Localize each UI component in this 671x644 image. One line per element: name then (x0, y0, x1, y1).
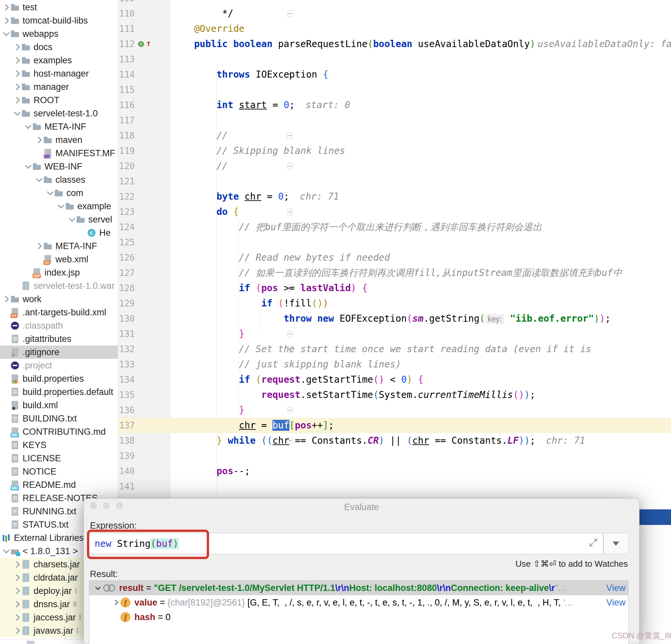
chevron-right-icon[interactable] (35, 138, 43, 142)
code-text[interactable]: } (194, 326, 671, 342)
tree-item-web.xml[interactable]: web.xml (0, 253, 118, 266)
tree-item-he[interactable]: He (0, 226, 118, 240)
code-text[interactable]: if (pos >= lastValid) { (194, 281, 671, 296)
chevron-right-icon[interactable] (13, 58, 22, 63)
tree-item-index.jsp[interactable]: index.jsp (0, 266, 118, 279)
chevron-right-icon[interactable] (13, 575, 22, 580)
code-text[interactable]: throws IOException { (194, 67, 671, 82)
view-link[interactable]: View (606, 597, 625, 608)
tree-item-tomcat-build-libs[interactable]: tomcat-build-libs (0, 14, 118, 27)
tree-item-servelet-test-1.0[interactable]: servelet-test-1.0 (0, 107, 118, 120)
code-text[interactable]: // Set the start time once we start read… (194, 342, 671, 357)
chevron-right-icon[interactable] (13, 71, 22, 76)
code-text[interactable] (194, 235, 671, 250)
expression-history-dropdown[interactable] (603, 533, 629, 554)
chevron-down-icon[interactable] (46, 192, 54, 194)
chevron-right-icon[interactable] (13, 602, 22, 606)
code-text[interactable]: // 如果一直读到的回车换行符则再次调用fill,从inputStream里面读… (194, 265, 671, 281)
chevron-right-icon[interactable] (2, 18, 11, 23)
tree-item-servelet-test-1.0.war[interactable]: servelet-test-1.0.war (0, 279, 118, 293)
tree-item-docs[interactable]: docs (0, 40, 118, 54)
code-text[interactable] (194, 52, 671, 67)
tree-item-examples[interactable]: examples (0, 54, 118, 67)
tree-item-contributing.md[interactable]: CONTRIBUTING.md (0, 425, 118, 438)
code-text[interactable]: // (194, 128, 671, 143)
tree-item-build.properties[interactable]: build.properties (0, 372, 118, 385)
chevron-down-icon[interactable] (24, 125, 33, 128)
chevron-down-icon[interactable] (2, 550, 11, 553)
tree-item-com[interactable]: com (0, 186, 118, 199)
code-text[interactable]: if (request.getStartTime() < 0) { (194, 372, 671, 387)
code-text[interactable]: throw new EOFException(sm.getString(key:… (194, 311, 671, 326)
tree-item-keys[interactable]: KEYS (0, 438, 118, 452)
chevron-right-icon[interactable] (2, 5, 11, 10)
tree-item-.gitattributes[interactable]: .gitattributes (0, 332, 118, 346)
tree-item-.gitignore[interactable]: .gitignore (0, 346, 118, 359)
code-text[interactable]: // just skipping blank lines) (194, 357, 671, 372)
code-text[interactable] (194, 174, 671, 189)
code-text[interactable] (194, 448, 671, 464)
tree-item-build.properties.default[interactable]: build.properties.default (0, 385, 118, 399)
expression-input[interactable]: new String(buf) (89, 533, 603, 554)
tree-item-meta-inf[interactable]: META-INF (0, 240, 118, 253)
chevron-right-icon[interactable] (2, 297, 11, 301)
tree-item-host-manager[interactable]: host-manager (0, 67, 118, 80)
chevron-right-icon[interactable] (13, 615, 22, 620)
tree-item-root[interactable]: ROOT (0, 93, 118, 107)
code-text[interactable] (194, 82, 671, 98)
result-row-result[interactable]: result = "GET /servelet-test-1.0/MyServl… (89, 581, 628, 595)
tree-item-servel[interactable]: servel (0, 213, 118, 226)
chevron-down-icon[interactable] (93, 587, 103, 589)
tree-item-.project[interactable]: .project (0, 359, 118, 372)
tree-item-test[interactable]: test (0, 1, 118, 14)
code-text[interactable]: } while ((chr == Constants.CR) || (chr =… (194, 433, 671, 448)
tree-item-notice[interactable]: NOTICE (0, 465, 118, 478)
tree-item-.classpath[interactable]: .classpath (0, 319, 118, 332)
chevron-right-icon[interactable] (13, 45, 22, 49)
code-text[interactable]: @Override (194, 21, 671, 37)
code-text[interactable]: // 把buf里面的字符一个个取出来进行判断，遇到非回车换行符则会退出 (194, 220, 671, 235)
chevron-right-icon[interactable] (111, 601, 121, 605)
code-text[interactable]: int start = 0;start: 0 (194, 98, 671, 113)
tree-item-classes[interactable]: classes (0, 173, 118, 186)
chevron-right-icon[interactable] (13, 589, 22, 593)
tree-item-license[interactable]: LICENSE (0, 452, 118, 465)
result-row-value[interactable]: value = {char[8192]@2561} [G, E, T, , /,… (89, 595, 628, 610)
override-method-icon[interactable]: I (138, 41, 144, 47)
chevron-down-icon[interactable] (57, 205, 65, 208)
view-link[interactable]: View (606, 583, 625, 593)
code-text[interactable] (194, 479, 671, 494)
navigate-super-icon[interactable]: ↑ (146, 37, 151, 50)
chevron-down-icon[interactable] (68, 218, 76, 221)
tree-item-maven[interactable]: maven (0, 133, 118, 146)
tree-item-building.txt[interactable]: BUILDING.txt (0, 412, 118, 425)
tree-item-work[interactable]: work (0, 293, 118, 306)
chevron-down-icon[interactable] (35, 178, 43, 181)
chevron-down-icon[interactable] (13, 112, 22, 115)
expand-icon[interactable] (588, 538, 598, 550)
tree-item-example[interactable]: example (0, 199, 118, 213)
chevron-down-icon[interactable] (2, 33, 11, 35)
tree-item-manager[interactable]: manager (0, 80, 118, 93)
tree-item-meta-inf[interactable]: META-INF (0, 120, 118, 133)
tree-item-readme.md[interactable]: README.md (0, 478, 118, 491)
code-text[interactable]: if (!fill()) (194, 296, 671, 311)
tree-item-web-inf[interactable]: WEB-INF (0, 160, 118, 173)
code-text[interactable]: request.setStartTime(System.currentTimeM… (194, 387, 671, 402)
chevron-down-icon[interactable] (24, 165, 33, 168)
tree-item-webapps[interactable]: webapps (0, 27, 118, 40)
code-text[interactable]: // (194, 158, 671, 174)
code-text[interactable]: */ (194, 6, 671, 21)
chevron-right-icon[interactable] (13, 85, 22, 89)
code-text[interactable]: } (194, 402, 671, 418)
tree-item-build.xml[interactable]: build.xml (0, 399, 118, 412)
chevron-right-icon[interactable] (13, 628, 22, 633)
code-text[interactable]: chr = buf[pos++]; (194, 418, 671, 433)
result-row-hash[interactable]: hash = 0 (89, 610, 628, 624)
code-text[interactable]: // Read new bytes if needed (194, 250, 671, 265)
chevron-right-icon[interactable] (35, 244, 43, 248)
tree-item-manifest.mf[interactable]: MANIFEST.MF (0, 146, 118, 160)
chevron-right-icon[interactable] (13, 98, 22, 102)
code-text[interactable]: // Skipping blank lines (194, 143, 671, 158)
code-text[interactable] (194, 113, 671, 128)
